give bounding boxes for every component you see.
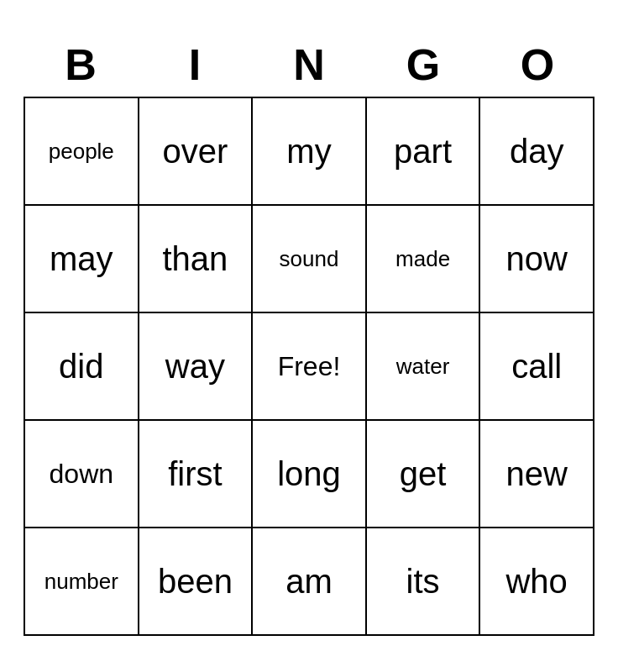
cell-text-1-4: now bbox=[505, 240, 567, 278]
cell-text-2-0: did bbox=[59, 348, 103, 386]
cell-text-0-1: over bbox=[162, 133, 228, 171]
bingo-cell-2-1[interactable]: way bbox=[139, 313, 254, 419]
cell-text-3-3: get bbox=[400, 455, 447, 493]
cell-text-0-2: my bbox=[286, 133, 331, 171]
cell-text-3-1: first bbox=[168, 455, 222, 493]
bingo-row-3: downfirstlonggetnew bbox=[25, 421, 593, 528]
bingo-cell-1-2[interactable]: sound bbox=[253, 206, 367, 312]
bingo-cell-1-3[interactable]: made bbox=[367, 206, 481, 312]
bingo-cell-2-2[interactable]: Free! bbox=[253, 313, 367, 419]
cell-text-3-0: down bbox=[50, 459, 114, 490]
cell-text-4-2: am bbox=[285, 563, 333, 601]
bingo-cell-4-2[interactable]: am bbox=[253, 528, 367, 634]
cell-text-4-4: who bbox=[505, 563, 567, 601]
cell-text-1-2: sound bbox=[280, 246, 339, 272]
bingo-card: BINGO peopleovermypartdaymaythansoundmad… bbox=[24, 36, 594, 636]
cell-text-2-2: Free! bbox=[278, 351, 341, 382]
bingo-cell-0-0[interactable]: people bbox=[25, 98, 139, 204]
cell-text-4-0: number bbox=[45, 569, 118, 595]
bingo-cell-0-2[interactable]: my bbox=[253, 98, 367, 204]
bingo-cell-3-1[interactable]: first bbox=[139, 421, 254, 527]
cell-text-4-1: been bbox=[158, 563, 233, 601]
bingo-cell-0-4[interactable]: day bbox=[480, 98, 593, 204]
cell-text-0-4: day bbox=[510, 133, 564, 171]
bingo-row-4: numberbeenamitswho bbox=[25, 528, 593, 636]
cell-text-3-2: long bbox=[277, 455, 341, 493]
bingo-cell-2-4[interactable]: call bbox=[480, 313, 593, 419]
cell-text-3-4: new bbox=[505, 455, 567, 493]
bingo-header: BINGO bbox=[24, 36, 594, 93]
bingo-cell-2-0[interactable]: did bbox=[25, 313, 139, 419]
bingo-cell-3-0[interactable]: down bbox=[25, 421, 139, 527]
bingo-cell-0-3[interactable]: part bbox=[367, 98, 481, 204]
bingo-row-0: peopleovermypartday bbox=[25, 98, 593, 206]
header-letter-O: O bbox=[480, 36, 594, 93]
cell-text-0-0: people bbox=[49, 139, 114, 165]
header-letter-G: G bbox=[366, 36, 480, 93]
cell-text-1-0: may bbox=[50, 240, 113, 278]
bingo-cell-3-4[interactable]: new bbox=[480, 421, 593, 527]
bingo-cell-2-3[interactable]: water bbox=[367, 313, 481, 419]
cell-text-2-3: water bbox=[396, 354, 450, 380]
bingo-cell-4-3[interactable]: its bbox=[367, 528, 481, 634]
bingo-row-2: didwayFree!watercall bbox=[25, 313, 593, 421]
bingo-cell-1-1[interactable]: than bbox=[139, 206, 254, 312]
bingo-grid: peopleovermypartdaymaythansoundmadenowdi… bbox=[24, 97, 594, 636]
cell-text-1-3: made bbox=[395, 246, 450, 272]
cell-text-2-4: call bbox=[511, 348, 562, 386]
bingo-cell-4-1[interactable]: been bbox=[139, 528, 254, 634]
bingo-cell-4-0[interactable]: number bbox=[25, 528, 139, 634]
cell-text-4-3: its bbox=[406, 563, 440, 601]
bingo-cell-1-4[interactable]: now bbox=[480, 206, 593, 312]
header-letter-B: B bbox=[24, 36, 138, 93]
bingo-cell-3-2[interactable]: long bbox=[253, 421, 367, 527]
header-letter-N: N bbox=[252, 36, 366, 93]
bingo-cell-3-3[interactable]: get bbox=[367, 421, 481, 527]
header-letter-I: I bbox=[138, 36, 252, 93]
cell-text-1-1: than bbox=[162, 240, 228, 278]
cell-text-0-3: part bbox=[394, 133, 452, 171]
bingo-cell-1-0[interactable]: may bbox=[25, 206, 139, 312]
cell-text-2-1: way bbox=[165, 348, 225, 386]
bingo-cell-0-1[interactable]: over bbox=[139, 98, 254, 204]
bingo-row-1: maythansoundmadenow bbox=[25, 206, 593, 313]
bingo-cell-4-4[interactable]: who bbox=[480, 528, 593, 634]
